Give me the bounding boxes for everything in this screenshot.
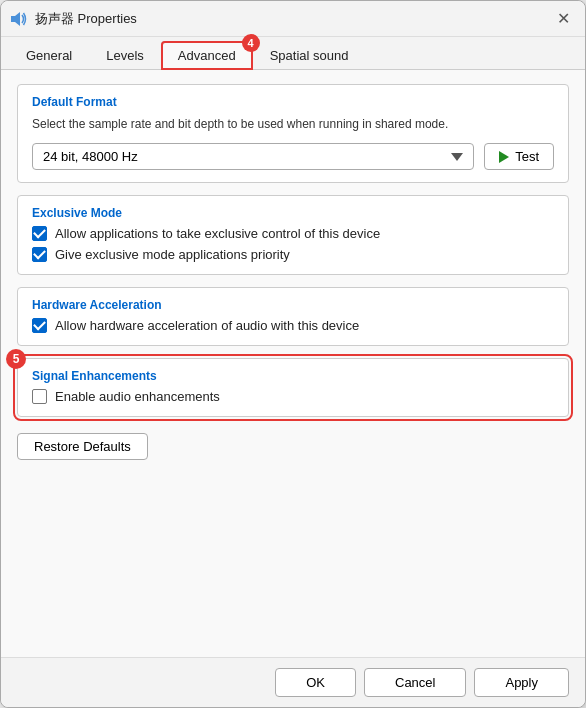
svg-rect-0 [11,16,15,22]
tab-bar: General Levels Advanced 4 Spatial sound [1,37,585,70]
badge-5: 5 [6,349,26,369]
checkbox-exclusive-control-input[interactable] [32,226,47,241]
format-select[interactable]: 24 bit, 48000 Hz 16 bit, 44100 Hz 24 bit… [32,143,474,170]
tab-spatial-sound[interactable]: Spatial sound [253,41,366,69]
speaker-icon [9,9,29,29]
restore-defaults-button[interactable]: Restore Defaults [17,433,148,460]
title-bar: 扬声器 Properties ✕ [1,1,585,37]
checkbox-hardware-acceleration: Allow hardware acceleration of audio wit… [32,318,554,333]
content-area: Default Format Select the sample rate an… [1,70,585,657]
close-button[interactable]: ✕ [549,5,577,33]
apply-button[interactable]: Apply [474,668,569,697]
tab-advanced[interactable]: Advanced 4 [161,41,253,70]
window: 扬声器 Properties ✕ General Levels Advanced… [0,0,586,708]
badge-4: 4 [242,34,260,52]
checkbox-enable-audio-enhancements-input[interactable] [32,389,47,404]
cancel-button[interactable]: Cancel [364,668,466,697]
section-signal-enhancements: 5 Signal Enhancements Enable audio enhan… [17,358,569,417]
footer: OK Cancel Apply [1,657,585,707]
section-title-exclusive-mode: Exclusive Mode [32,206,554,220]
checkbox-exclusive-control: Allow applications to take exclusive con… [32,226,554,241]
window-title: 扬声器 Properties [35,10,549,28]
tab-levels[interactable]: Levels [89,41,161,69]
section-title-hardware-acceleration: Hardware Acceleration [32,298,554,312]
checkbox-exclusive-priority-input[interactable] [32,247,47,262]
svg-marker-1 [15,12,20,26]
ok-button[interactable]: OK [275,668,356,697]
format-row: 24 bit, 48000 Hz 16 bit, 44100 Hz 24 bit… [32,143,554,170]
checkbox-enable-audio-enhancements: Enable audio enhancements [32,389,554,404]
checkbox-hardware-acceleration-input[interactable] [32,318,47,333]
section-exclusive-mode: Exclusive Mode Allow applications to tak… [17,195,569,275]
section-title-signal-enhancements: Signal Enhancements [32,369,554,383]
section-title-default-format: Default Format [32,95,554,109]
test-button[interactable]: Test [484,143,554,170]
section-default-format: Default Format Select the sample rate an… [17,84,569,183]
tab-general[interactable]: General [9,41,89,69]
checkbox-exclusive-priority: Give exclusive mode applications priorit… [32,247,554,262]
section-desc-default-format: Select the sample rate and bit depth to … [32,115,554,133]
play-icon [499,151,509,163]
section-hardware-acceleration: Hardware Acceleration Allow hardware acc… [17,287,569,346]
